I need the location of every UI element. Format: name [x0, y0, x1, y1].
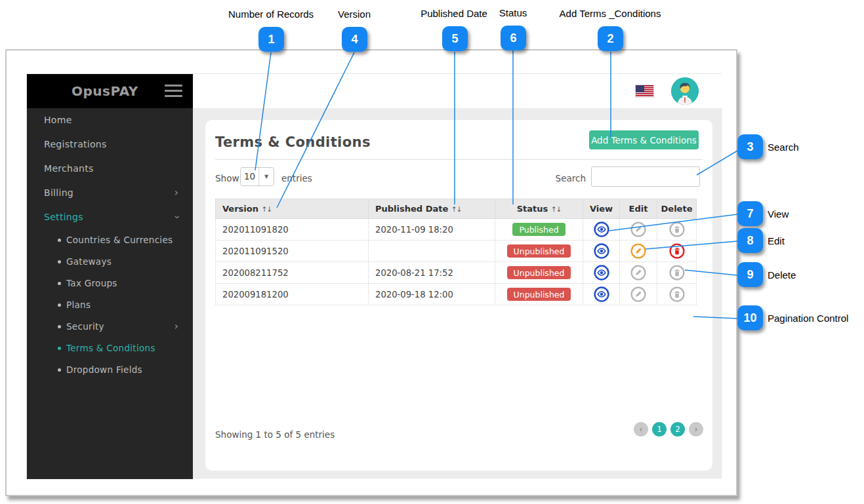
callout-badge-1: 1 — [258, 27, 284, 52]
dropdown-caret-icon: ▼ — [259, 168, 274, 185]
column-header-version[interactable]: Version ↑↓ — [216, 199, 369, 219]
bullet-icon — [58, 282, 61, 285]
edit-icon[interactable] — [630, 286, 646, 302]
sidebar-subitem-security[interactable]: Security› — [27, 316, 193, 338]
page-size-select[interactable]: 10 ▼ — [240, 167, 274, 186]
view-icon[interactable] — [594, 286, 609, 302]
page-title: Terms & Conditions — [215, 134, 371, 150]
sidebar-subitem-tax-groups[interactable]: Tax Groups — [27, 273, 193, 294]
edit-icon[interactable] — [630, 243, 646, 259]
status-badge: Unpublished — [507, 288, 571, 301]
show-label: Show — [215, 173, 239, 184]
delete-icon[interactable] — [669, 265, 685, 281]
user-avatar[interactable] — [671, 77, 699, 105]
entries-label: entries — [281, 173, 312, 184]
status-badge: Unpublished — [507, 266, 571, 279]
callout-badge-3: 3 — [737, 134, 763, 159]
sidebar-subitem-gateways[interactable]: Gateways — [27, 251, 193, 273]
callout-badge-2: 2 — [598, 26, 623, 51]
entries-summary: Showing 1 to 5 of 5 entries — [215, 429, 335, 440]
sort-icon: ↑↓ — [551, 205, 562, 213]
sidebar-item-merchants[interactable]: Merchants — [27, 157, 193, 181]
callout-label-delete: Delete — [768, 269, 796, 281]
avatar-person-icon — [671, 77, 699, 105]
version-cell: 202011091820 — [216, 219, 369, 241]
language-us-flag-icon[interactable] — [635, 85, 654, 98]
column-header-edit: Edit — [620, 199, 657, 219]
sidebar-item-billing[interactable]: Billing› — [27, 181, 193, 205]
sidebar-item-registrations[interactable]: Registrations — [27, 132, 193, 157]
callout-label-add-terms-conditions: Add Terms _Conditions — [560, 8, 661, 19]
callout-badge-5: 5 — [442, 26, 468, 51]
pagination-prev-button[interactable]: ‹ — [634, 422, 648, 436]
column-header-published-date[interactable]: Published Date ↑↓ — [369, 199, 495, 219]
add-terms-conditions-button[interactable]: Add Terms & Conditions — [589, 130, 699, 149]
delete-icon[interactable] — [669, 243, 685, 259]
screenshot-frame: OpusPAY Home Registrations Merchants Bil… — [5, 49, 737, 496]
top-bar — [193, 74, 722, 108]
terms-conditions-table: Version ↑↓ Published Date ↑↓ Status ↑↓ V… — [215, 199, 697, 305]
search-input[interactable] — [591, 166, 700, 187]
view-icon[interactable] — [594, 222, 609, 237]
search-label: Search — [537, 173, 586, 184]
delete-icon[interactable] — [669, 222, 685, 237]
status-badge: Published — [512, 223, 565, 236]
pagination-page-1[interactable]: 1 — [652, 422, 667, 436]
sidebar-nav: Home Registrations Merchants Billing› Se… — [27, 108, 193, 381]
column-header-delete: Delete — [657, 199, 697, 219]
sort-icon: ↑↓ — [451, 205, 462, 213]
edit-icon[interactable] — [630, 265, 646, 281]
chevron-down-icon: › — [175, 205, 178, 229]
callout-badge-6: 6 — [501, 26, 526, 50]
version-cell: 202009181200 — [216, 284, 369, 305]
view-icon[interactable] — [594, 265, 609, 281]
sidebar-item-settings[interactable]: Settings› — [27, 205, 193, 229]
table-row: 202008211752 2020-08-21 17:52 Unpublishe… — [216, 262, 697, 284]
page-size-value: 10 — [241, 168, 259, 185]
callout-label-status: Status — [499, 7, 527, 18]
edit-icon[interactable] — [630, 222, 646, 237]
chevron-right-icon: › — [175, 181, 178, 205]
callout-label-view: View — [768, 208, 789, 220]
pagination-next-button[interactable]: › — [689, 422, 703, 436]
sidebar-item-home[interactable]: Home — [27, 108, 193, 132]
bullet-icon — [58, 368, 61, 372]
sidebar-subitem-terms-conditions[interactable]: Terms & Conditions — [27, 338, 193, 359]
callout-label-published-date: Published Date — [421, 8, 487, 19]
hamburger-menu-icon[interactable] — [165, 85, 182, 98]
table-header-row: Version ↑↓ Published Date ↑↓ Status ↑↓ V… — [216, 199, 697, 219]
callout-badge-9: 9 — [737, 262, 763, 287]
view-icon[interactable] — [594, 243, 609, 259]
callout-badge-4: 4 — [342, 27, 367, 52]
bullet-icon — [58, 347, 61, 350]
sidebar-subitem-dropdown-fields[interactable]: Dropdown Fields — [27, 359, 193, 381]
divider — [215, 159, 703, 160]
callout-label-pagination-control: Pagination Control — [768, 313, 848, 324]
callout-badge-7: 7 — [737, 201, 763, 226]
bullet-icon — [58, 325, 61, 328]
sidebar: OpusPAY Home Registrations Merchants Bil… — [27, 74, 193, 479]
callout-label-number-of-records: Number of Records — [228, 9, 314, 20]
status-badge: Unpublished — [507, 244, 571, 258]
bullet-icon — [58, 303, 61, 307]
table-row: 202009181200 2020-09-18 12:00 Unpublishe… — [216, 284, 697, 305]
callout-label-edit: Edit — [768, 235, 785, 246]
version-cell: 202011091520 — [216, 241, 369, 262]
pagination-page-2[interactable]: 2 — [670, 422, 685, 436]
sidebar-subitem-countries-currencies[interactable]: Countries & Currencies — [27, 229, 193, 251]
sort-icon: ↑↓ — [262, 205, 272, 213]
column-header-status[interactable]: Status ↑↓ — [495, 199, 583, 219]
sidebar-subitem-plans[interactable]: Plans — [27, 294, 193, 316]
published-date-cell: 2020-11-09 18:20 — [369, 219, 495, 241]
delete-icon[interactable] — [669, 286, 685, 302]
callout-badge-8: 8 — [737, 228, 763, 253]
pagination: ‹ 1 2 › — [634, 422, 703, 436]
brand-logo: OpusPAY — [72, 83, 138, 99]
callout-label-search: Search — [768, 142, 799, 153]
table-row: 202011091520 Unpublished — [216, 241, 697, 262]
published-date-cell — [369, 241, 495, 262]
content-card: Terms & Conditions Add Terms & Condition… — [205, 120, 712, 471]
column-header-view: View — [583, 199, 620, 219]
brand-bar: OpusPAY — [27, 74, 193, 108]
bullet-icon — [58, 239, 61, 242]
